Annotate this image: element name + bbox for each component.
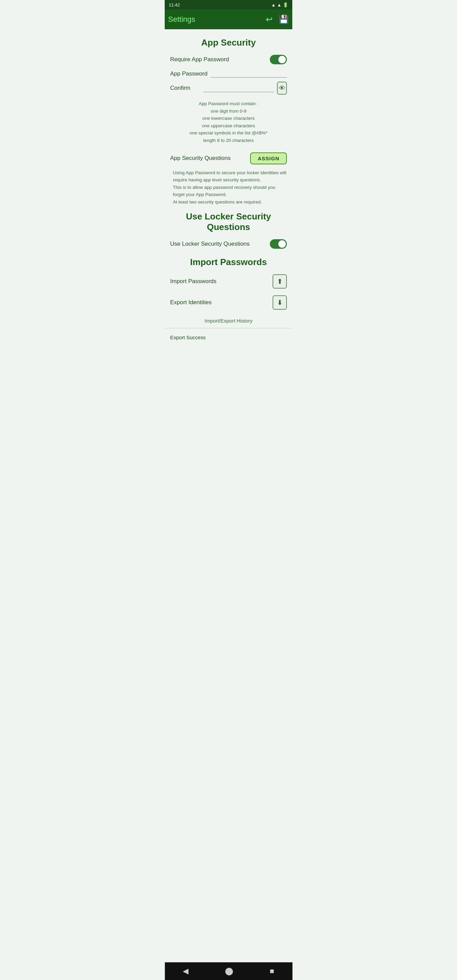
battery-icon: 🔋 bbox=[283, 2, 288, 8]
time: 11:42 bbox=[169, 2, 180, 8]
use-locker-row: Use Locker Security Questions bbox=[165, 236, 292, 252]
export-identities-row: Export Identities ⬇ bbox=[165, 292, 292, 313]
assign-button[interactable]: ASSIGN bbox=[250, 153, 287, 164]
eye-toggle-btn[interactable]: 👁 bbox=[277, 82, 287, 95]
main-content: App Security Require App Password App Pa… bbox=[165, 29, 292, 349]
export-identities-button[interactable]: ⬇ bbox=[272, 295, 287, 310]
pw-hint-text: App Password must contain :one digit fro… bbox=[189, 101, 267, 143]
use-locker-toggle[interactable] bbox=[270, 239, 287, 249]
page-title: Settings bbox=[168, 15, 195, 24]
bottom-nav: ◀ ⬤ ■ bbox=[165, 962, 292, 980]
import-passwords-title: Import Passwords bbox=[165, 257, 292, 267]
history-divider bbox=[165, 328, 292, 328]
use-locker-label: Use Locker Security Questions bbox=[170, 240, 249, 247]
require-password-label: Require App Password bbox=[170, 56, 229, 63]
locker-security-section: Use Locker Security Questions Use Locker… bbox=[165, 211, 292, 252]
app-security-section: App Security Require App Password App Pa… bbox=[165, 37, 292, 206]
import-passwords-row: Import Passwords ⬆ bbox=[165, 271, 292, 292]
confirm-input[interactable] bbox=[204, 84, 274, 92]
locker-security-title: Use Locker Security Questions bbox=[165, 211, 292, 232]
app-security-title: App Security bbox=[165, 37, 292, 48]
require-password-toggle[interactable] bbox=[270, 55, 287, 64]
export-success-label: Export Success bbox=[170, 334, 205, 340]
nav-back-button[interactable]: ◀ bbox=[176, 964, 195, 978]
nav-recents-button[interactable]: ■ bbox=[263, 964, 281, 978]
import-passwords-button[interactable]: ⬆ bbox=[272, 274, 287, 288]
history-label: Import/Export History bbox=[204, 318, 253, 324]
import-passwords-section: Import Passwords Import Passwords ⬆ Expo… bbox=[165, 257, 292, 342]
export-identities-label: Export Identities bbox=[170, 299, 212, 306]
nav-home-button[interactable]: ⬤ bbox=[218, 964, 240, 978]
upload-icon: ⬆ bbox=[277, 277, 283, 285]
wifi-icon: ▲ bbox=[271, 2, 275, 8]
top-bar: Settings ↩ 💾 bbox=[165, 10, 292, 29]
save-icon[interactable]: 💾 bbox=[279, 14, 289, 24]
security-questions-row: App Security Questions ASSIGN bbox=[165, 149, 292, 168]
confirm-row: Confirm 👁 bbox=[165, 80, 292, 97]
eye-icon: 👁 bbox=[279, 84, 285, 92]
app-password-input[interactable] bbox=[210, 70, 287, 78]
import-passwords-label: Import Passwords bbox=[170, 278, 217, 285]
app-password-row: App Password bbox=[165, 68, 292, 80]
security-questions-label: App Security Questions bbox=[170, 155, 231, 162]
require-password-row: Require App Password bbox=[165, 51, 292, 68]
download-icon: ⬇ bbox=[277, 298, 283, 307]
status-icons: ▲ ▲ 🔋 bbox=[271, 2, 288, 8]
security-info-text: Using App Password to secure your locker… bbox=[173, 169, 287, 206]
back-icon[interactable]: ↩ bbox=[266, 14, 272, 24]
status-bar: 11:42 ▲ ▲ 🔋 bbox=[165, 0, 292, 10]
app-password-label: App Password bbox=[170, 70, 208, 77]
export-success-row: Export Success bbox=[165, 330, 292, 342]
signal-icon: ▲ bbox=[277, 2, 282, 8]
top-bar-icons: ↩ 💾 bbox=[266, 14, 289, 24]
security-info-content: Using App Password to secure your locker… bbox=[173, 170, 286, 205]
confirm-label: Confirm bbox=[170, 85, 201, 92]
password-hint: App Password must contain :one digit fro… bbox=[172, 100, 285, 144]
history-row: Import/Export History bbox=[165, 313, 292, 327]
